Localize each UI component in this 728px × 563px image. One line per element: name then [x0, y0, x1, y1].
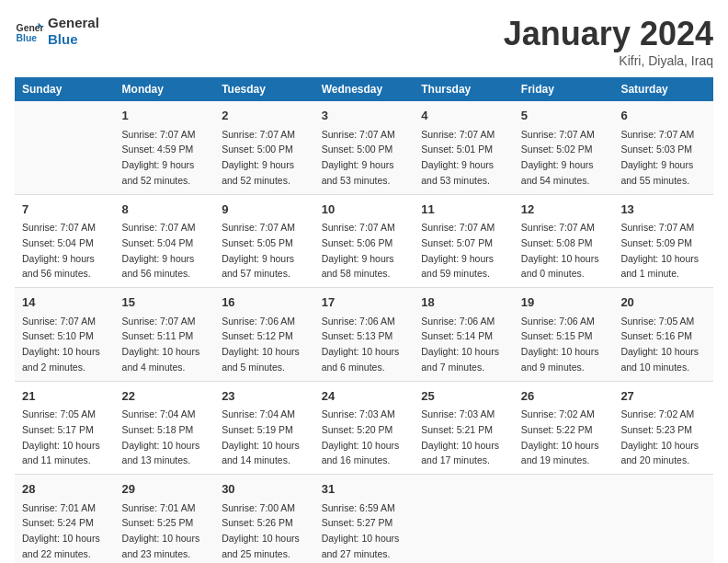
day-number: 22 [122, 387, 208, 406]
sunrise-time: Sunrise: 7:07 AM [620, 222, 694, 233]
sunrise-time: Sunrise: 7:07 AM [322, 129, 395, 140]
sunset-time: Sunset: 5:23 PM [620, 424, 692, 435]
day-number: 8 [122, 201, 208, 219]
calendar-cell: 25Sunrise: 7:03 AMSunset: 5:21 PMDayligh… [414, 381, 514, 475]
calendar-cell: 16Sunrise: 7:06 AMSunset: 5:12 PMDayligh… [214, 288, 314, 382]
sunrise-time: Sunrise: 7:02 AM [620, 408, 694, 419]
weekday-header-thursday: Thursday [414, 77, 514, 101]
calendar-cell: 30Sunrise: 7:00 AMSunset: 5:26 PMDayligh… [214, 475, 314, 564]
sunrise-time: Sunrise: 7:07 AM [521, 222, 595, 233]
daylight-hours: Daylight: 10 hours and 16 minutes. [322, 440, 400, 466]
calendar-cell: 27Sunrise: 7:02 AMSunset: 5:23 PMDayligh… [613, 381, 713, 475]
daylight-hours: Daylight: 9 hours and 58 minutes. [322, 253, 394, 280]
weekday-header-row: SundayMondayTuesdayWednesdayThursdayFrid… [15, 77, 713, 101]
sunset-time: Sunset: 5:26 PM [222, 517, 293, 528]
sunset-time: Sunset: 5:17 PM [22, 424, 94, 435]
sunset-time: Sunset: 5:15 PM [521, 330, 593, 341]
sunrise-time: Sunrise: 7:01 AM [122, 502, 196, 513]
day-number: 9 [222, 201, 307, 219]
calendar-cell [15, 101, 115, 194]
week-row-3: 14Sunrise: 7:07 AMSunset: 5:10 PMDayligh… [15, 288, 713, 382]
sunrise-time: Sunrise: 7:00 AM [222, 502, 295, 513]
day-number: 17 [322, 293, 407, 312]
calendar-cell: 19Sunrise: 7:06 AMSunset: 5:15 PMDayligh… [514, 288, 614, 382]
calendar-cell: 9Sunrise: 7:07 AMSunset: 5:05 PMDaylight… [214, 194, 314, 288]
daylight-hours: Daylight: 10 hours and 25 minutes. [222, 533, 300, 559]
week-row-2: 7Sunrise: 7:07 AMSunset: 5:04 PMDaylight… [15, 194, 713, 288]
daylight-hours: Daylight: 10 hours and 10 minutes. [620, 346, 699, 373]
sunrise-time: Sunrise: 7:06 AM [322, 316, 395, 327]
calendar-cell: 17Sunrise: 7:06 AMSunset: 5:13 PMDayligh… [314, 288, 415, 382]
day-number: 28 [22, 480, 108, 499]
day-number: 13 [620, 201, 706, 219]
calendar-cell [414, 475, 514, 564]
calendar-cell: 29Sunrise: 7:01 AMSunset: 5:25 PMDayligh… [115, 475, 215, 564]
sunset-time: Sunset: 5:16 PM [620, 330, 692, 341]
sunset-time: Sunset: 5:05 PM [222, 237, 293, 248]
sunrise-time: Sunrise: 7:02 AM [521, 408, 595, 419]
day-number: 5 [521, 107, 607, 125]
sunrise-time: Sunrise: 7:05 AM [620, 316, 694, 327]
day-number: 21 [22, 387, 108, 406]
sunset-time: Sunset: 5:21 PM [421, 424, 493, 435]
logo-text-line1: General [48, 15, 99, 31]
daylight-hours: Daylight: 9 hours and 56 minutes. [22, 253, 95, 280]
sunrise-time: Sunrise: 7:07 AM [421, 222, 495, 233]
sunset-time: Sunset: 5:27 PM [322, 517, 393, 528]
day-number: 2 [222, 107, 307, 125]
day-number: 26 [521, 387, 607, 406]
calendar-cell: 2Sunrise: 7:07 AMSunset: 5:00 PMDaylight… [214, 101, 314, 194]
daylight-hours: Daylight: 10 hours and 2 minutes. [22, 346, 100, 373]
daylight-hours: Daylight: 10 hours and 23 minutes. [122, 533, 200, 559]
sunset-time: Sunset: 5:08 PM [521, 237, 593, 248]
day-number: 3 [322, 107, 407, 125]
sunset-time: Sunset: 4:59 PM [122, 144, 194, 155]
sunrise-time: Sunrise: 7:07 AM [122, 129, 196, 140]
sunrise-time: Sunrise: 7:07 AM [222, 222, 295, 233]
sunrise-time: Sunrise: 7:06 AM [421, 316, 495, 327]
day-number: 27 [620, 387, 706, 406]
sunset-time: Sunset: 5:00 PM [222, 144, 293, 155]
calendar-cell: 13Sunrise: 7:07 AMSunset: 5:09 PMDayligh… [613, 194, 713, 288]
daylight-hours: Daylight: 9 hours and 52 minutes. [122, 159, 195, 186]
calendar-cell: 26Sunrise: 7:02 AMSunset: 5:22 PMDayligh… [514, 381, 614, 475]
sunrise-time: Sunrise: 7:01 AM [22, 502, 96, 513]
calendar-cell: 10Sunrise: 7:07 AMSunset: 5:06 PMDayligh… [314, 194, 415, 288]
calendar-cell: 28Sunrise: 7:01 AMSunset: 5:24 PMDayligh… [15, 475, 115, 564]
calendar-cell: 12Sunrise: 7:07 AMSunset: 5:08 PMDayligh… [514, 194, 614, 288]
day-number: 10 [322, 201, 407, 219]
sunrise-time: Sunrise: 7:03 AM [421, 408, 495, 419]
daylight-hours: Daylight: 9 hours and 55 minutes. [620, 159, 693, 186]
sunrise-time: Sunrise: 7:04 AM [122, 408, 196, 419]
week-row-5: 28Sunrise: 7:01 AMSunset: 5:24 PMDayligh… [15, 475, 713, 564]
day-number: 29 [122, 480, 208, 499]
day-number: 7 [22, 201, 108, 219]
sunrise-time: Sunrise: 7:07 AM [222, 129, 295, 140]
sunrise-time: Sunrise: 7:07 AM [620, 129, 694, 140]
daylight-hours: Daylight: 10 hours and 9 minutes. [521, 346, 599, 373]
calendar-cell: 20Sunrise: 7:05 AMSunset: 5:16 PMDayligh… [613, 288, 713, 382]
daylight-hours: Daylight: 10 hours and 0 minutes. [521, 253, 599, 280]
calendar-cell: 7Sunrise: 7:07 AMSunset: 5:04 PMDaylight… [15, 194, 115, 288]
sunset-time: Sunset: 5:22 PM [521, 424, 593, 435]
week-row-4: 21Sunrise: 7:05 AMSunset: 5:17 PMDayligh… [15, 381, 713, 475]
day-number: 19 [521, 293, 607, 312]
week-row-1: 1Sunrise: 7:07 AMSunset: 4:59 PMDaylight… [15, 101, 713, 194]
daylight-hours: Daylight: 10 hours and 7 minutes. [421, 346, 499, 373]
day-number: 30 [222, 480, 307, 499]
daylight-hours: Daylight: 10 hours and 17 minutes. [421, 440, 499, 466]
weekday-header-sunday: Sunday [15, 77, 115, 101]
weekday-header-monday: Monday [115, 77, 215, 101]
calendar-cell: 1Sunrise: 7:07 AMSunset: 4:59 PMDaylight… [115, 101, 215, 194]
sunrise-time: Sunrise: 7:06 AM [222, 316, 295, 327]
weekday-header-wednesday: Wednesday [314, 77, 415, 101]
calendar-cell: 15Sunrise: 7:07 AMSunset: 5:11 PMDayligh… [115, 288, 215, 382]
daylight-hours: Daylight: 10 hours and 14 minutes. [222, 440, 300, 466]
daylight-hours: Daylight: 9 hours and 54 minutes. [521, 159, 594, 186]
day-number: 18 [421, 293, 506, 312]
svg-text:Blue: Blue [17, 33, 38, 43]
day-number: 31 [322, 480, 407, 499]
daylight-hours: Daylight: 9 hours and 56 minutes. [122, 253, 195, 280]
sunrise-time: Sunrise: 6:59 AM [322, 502, 395, 513]
calendar-cell: 31Sunrise: 6:59 AMSunset: 5:27 PMDayligh… [314, 475, 415, 564]
